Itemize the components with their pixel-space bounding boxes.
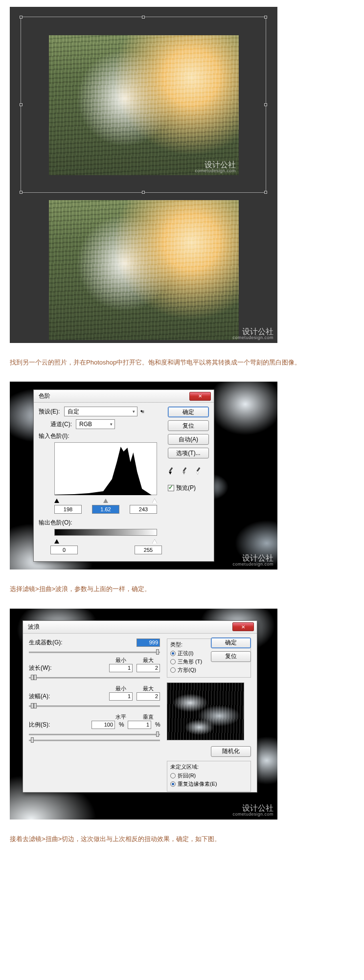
min-header: 最小 xyxy=(109,657,133,664)
caption-3: 接着去滤镜>扭曲>切边，这次做出与上次相反的扭动效果，确定，如下图。 xyxy=(0,826,364,851)
dialog-title: 波浪 xyxy=(28,623,40,631)
watermark: 设计公社cometudesign.com xyxy=(195,161,236,173)
dialog-title: 色阶 xyxy=(39,392,50,400)
preview-image-top: 设计公社cometudesign.com xyxy=(49,35,239,175)
ok-button[interactable]: 确定 xyxy=(168,407,209,417)
scale-v-slider[interactable] xyxy=(29,739,160,742)
transform-handle[interactable] xyxy=(20,191,23,194)
amplitude-slider[interactable] xyxy=(29,705,160,707)
preset-menu-icon[interactable] xyxy=(140,408,147,415)
transform-handle[interactable] xyxy=(20,103,23,106)
undef-wrap-radio[interactable] xyxy=(170,773,176,778)
auto-button[interactable]: 自动(A) xyxy=(168,434,209,445)
output-black-field[interactable]: 0 xyxy=(50,546,78,554)
generators-label: 生成器数(G): xyxy=(29,638,63,647)
type-square-radio[interactable] xyxy=(170,667,176,673)
preset-select[interactable]: 自定▾ xyxy=(64,407,137,416)
close-icon[interactable] xyxy=(189,392,211,401)
transform-handle[interactable] xyxy=(20,16,23,19)
amplitude-label: 波幅(A): xyxy=(29,692,63,701)
scale-h-field[interactable]: 100 xyxy=(91,721,115,729)
wavelength-min-field[interactable]: 1 xyxy=(109,664,133,672)
preview-image-bottom xyxy=(49,200,239,340)
undef-repeat-radio[interactable] xyxy=(170,781,176,787)
watermark: 设计公社cometudesign.com xyxy=(232,804,273,817)
black-point-handle[interactable] xyxy=(54,499,59,503)
amplitude-max-field[interactable]: 2 xyxy=(136,692,160,701)
input-gamma-field[interactable]: 1.62 xyxy=(92,505,119,514)
histogram xyxy=(54,442,157,495)
scale-h-slider[interactable] xyxy=(29,733,160,736)
levels-dialog: 色阶 预设(E): 自定▾ 通道(C): RGB▾ 输入色阶(I) xyxy=(33,389,214,562)
options-button[interactable]: 选项(T)... xyxy=(168,448,209,458)
ok-button[interactable]: 确定 xyxy=(211,638,251,648)
out-black-handle[interactable] xyxy=(54,539,59,544)
eyedropper-black-icon[interactable] xyxy=(168,466,178,476)
scale-label: 比例(S): xyxy=(29,721,63,729)
undefined-area-group: 未定义区域: 折回(R) 重复边缘像素(E) xyxy=(167,761,251,792)
caption-2: 选择滤镜>扭曲>波浪，参数与上面的一样，确定。 xyxy=(0,576,364,601)
wave-preview xyxy=(167,683,244,740)
wavelength-max-field[interactable]: 2 xyxy=(136,664,160,672)
wavelength-slider[interactable] xyxy=(29,676,160,679)
transform-handle[interactable] xyxy=(264,191,267,194)
output-slider[interactable] xyxy=(54,537,157,544)
generators-field[interactable]: 999 xyxy=(136,638,160,647)
preview-label: 预览(P) xyxy=(176,484,196,492)
output-levels-label: 输出色阶(O): xyxy=(39,519,163,527)
wavelength-label: 波长(W): xyxy=(29,664,63,672)
vert-header: 垂直 xyxy=(136,713,160,721)
eyedropper-gray-icon[interactable] xyxy=(182,466,191,476)
output-white-field[interactable]: 255 xyxy=(135,546,162,554)
randomize-button[interactable]: 随机化 xyxy=(211,746,251,757)
gamma-handle[interactable] xyxy=(103,499,108,503)
transform-handle[interactable] xyxy=(142,16,145,19)
type-triangle-radio[interactable] xyxy=(170,659,176,664)
close-icon[interactable] xyxy=(232,622,254,631)
dialog-titlebar[interactable]: 波浪 xyxy=(23,621,257,634)
input-slider[interactable] xyxy=(54,496,157,503)
scale-v-field[interactable]: 1 xyxy=(128,721,151,729)
preset-label: 预设(E): xyxy=(39,408,61,416)
eyedropper-white-icon[interactable] xyxy=(195,466,205,476)
preview-checkbox[interactable] xyxy=(168,485,174,491)
out-white-handle[interactable] xyxy=(152,539,157,544)
channel-label: 通道(C): xyxy=(50,420,73,429)
screenshot-wave: 波浪 生成器数(G): 999 最小 最大 波长(W): xyxy=(10,609,277,820)
input-levels-label: 输入色阶(I): xyxy=(39,432,163,440)
input-white-field[interactable]: 243 xyxy=(130,505,157,514)
watermark: 设计公社cometudesign.com xyxy=(232,554,273,567)
transform-handle[interactable] xyxy=(264,103,267,106)
cancel-button[interactable]: 复位 xyxy=(211,651,251,662)
max-header: 最大 xyxy=(136,657,160,664)
cancel-button[interactable]: 复位 xyxy=(168,420,209,431)
output-gradient[interactable] xyxy=(54,529,157,536)
dialog-titlebar[interactable]: 色阶 xyxy=(34,390,214,403)
white-point-handle[interactable] xyxy=(152,499,157,503)
amplitude-min-field[interactable]: 1 xyxy=(109,692,133,701)
caption-1: 找到另一个云的照片，并在Photoshop中打开它。饱和度和调节电平以将其转换成… xyxy=(0,350,364,375)
transform-handle[interactable] xyxy=(264,16,267,19)
horiz-header: 水平 xyxy=(109,713,133,721)
input-black-field[interactable]: 198 xyxy=(54,505,82,514)
wave-dialog: 波浪 生成器数(G): 999 最小 最大 波长(W): xyxy=(23,620,257,793)
type-sine-radio[interactable] xyxy=(170,651,176,656)
channel-select[interactable]: RGB▾ xyxy=(76,419,115,429)
screenshot-levels: 色阶 预设(E): 自定▾ 通道(C): RGB▾ 输入色阶(I) xyxy=(10,382,277,570)
generators-slider[interactable] xyxy=(29,651,160,654)
watermark: 设计公社cometudesign.com xyxy=(232,328,273,340)
photoshop-canvas: 设计公社cometudesign.com 设计公社cometudesign.co… xyxy=(10,7,277,343)
transform-handle[interactable] xyxy=(142,191,145,194)
